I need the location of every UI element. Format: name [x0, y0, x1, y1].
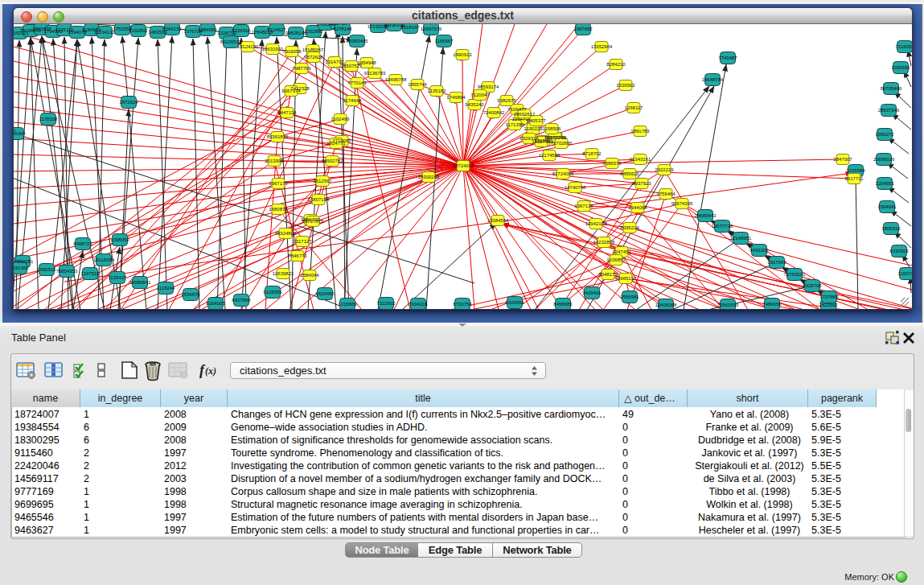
svg-text:(x): (x) — [205, 365, 216, 377]
